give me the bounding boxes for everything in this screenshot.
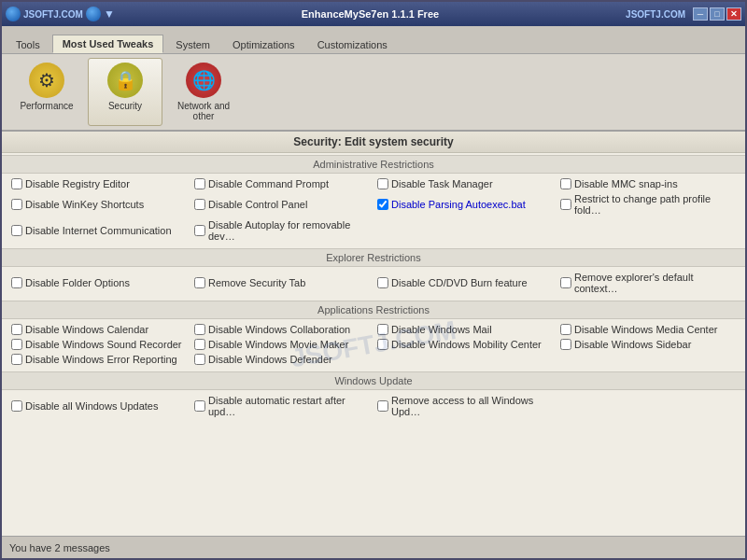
- list-item: Disable automatic restart after upd…: [192, 394, 372, 418]
- disable-error-reporting-checkbox[interactable]: [11, 354, 22, 365]
- network-label: Network and other: [175, 101, 233, 121]
- titlebar-left: JSOFTJ.COM ▼: [6, 7, 115, 21]
- remove-access-updates-label: Remove access to all Windows Upd…: [391, 395, 553, 417]
- list-item: Disable Autoplay for removable dev…: [192, 218, 372, 243]
- list-item: Remove access to all Windows Upd…: [375, 394, 555, 418]
- admin-restrictions-grid: Disable Registry Editor Disable Command …: [2, 174, 745, 246]
- list-item: Disable Windows Movie Maker: [192, 338, 372, 351]
- minimize-button[interactable]: ─: [693, 7, 708, 21]
- section-windows-update-title: Windows Update: [2, 371, 745, 390]
- brand-left: JSOFTJ.COM ▼: [6, 7, 115, 21]
- icon-tab-network[interactable]: 🌐 Network and other: [166, 58, 241, 126]
- disable-winkey-checkbox[interactable]: [11, 199, 22, 210]
- disable-task-manager-label: Disable Task Manager: [391, 178, 493, 189]
- explorer-restrictions-grid: Disable Folder Options Remove Security T…: [2, 267, 745, 299]
- icon-tabs: ⚙ Performance 🔒 Security 🌐 Network and o…: [2, 54, 745, 132]
- list-item: Remove explorer's default context…: [558, 271, 738, 295]
- main-window: JSOFTJ.COM ▼ EnhanceMySe7en 1.1.1 Free J…: [0, 0, 747, 560]
- disable-error-reporting-label: Disable Windows Error Reporting: [25, 354, 177, 365]
- list-item: Disable Windows Calendar: [9, 323, 189, 336]
- disable-movie-maker-checkbox[interactable]: [194, 339, 205, 350]
- disable-all-updates-label: Disable all Windows Updates: [25, 400, 158, 412]
- brand-left-text: JSOFTJ.COM: [23, 9, 83, 20]
- disable-folder-options-checkbox[interactable]: [11, 277, 22, 288]
- window-title: EnhanceMySe7en 1.1.1 Free: [302, 8, 439, 20]
- status-message: You have 2 messages: [9, 542, 110, 553]
- list-item: Disable Task Manager: [375, 177, 555, 190]
- section-apps-title: Applications Restrictions: [2, 301, 745, 319]
- disable-registry-editor-checkbox[interactable]: [11, 178, 22, 189]
- restore-button[interactable]: □: [710, 7, 725, 21]
- list-item: Disable Registry Editor: [9, 177, 189, 190]
- disable-calendar-checkbox[interactable]: [11, 324, 22, 335]
- disable-mobility-center-label: Disable Windows Mobility Center: [391, 339, 542, 350]
- disable-sound-recorder-checkbox[interactable]: [11, 339, 22, 350]
- disable-collaboration-checkbox[interactable]: [194, 324, 205, 335]
- restrict-path-checkbox[interactable]: [560, 199, 571, 210]
- icon-tab-security[interactable]: 🔒 Security: [88, 58, 162, 126]
- list-item: Disable Folder Options: [9, 271, 189, 295]
- disable-calendar-label: Disable Windows Calendar: [25, 324, 148, 335]
- disable-mmc-checkbox[interactable]: [560, 178, 571, 189]
- disable-internet-comm-checkbox[interactable]: [11, 225, 22, 236]
- disable-task-manager-checkbox[interactable]: [377, 178, 388, 189]
- disable-mail-checkbox[interactable]: [377, 324, 388, 335]
- disable-all-updates-checkbox[interactable]: [11, 400, 22, 412]
- remove-explorer-context-checkbox[interactable]: [560, 277, 571, 288]
- disable-autoexec-checkbox[interactable]: [377, 199, 388, 210]
- disable-mail-label: Disable Windows Mail: [391, 324, 492, 335]
- disable-mobility-center-checkbox[interactable]: [377, 339, 388, 350]
- list-item: Disable Command Prompt: [192, 177, 372, 190]
- tab-customizations[interactable]: Customizations: [307, 35, 398, 53]
- list-item: Disable WinKey Shortcuts: [9, 192, 189, 217]
- security-icon: 🔒: [107, 63, 143, 98]
- disable-cd-burn-checkbox[interactable]: [377, 277, 388, 288]
- list-item: Disable Windows Sidebar: [558, 338, 738, 351]
- disable-autoplay-label: Disable Autoplay for removable dev…: [208, 219, 370, 242]
- disable-command-prompt-checkbox[interactable]: [194, 178, 205, 189]
- disable-media-center-checkbox[interactable]: [560, 324, 571, 335]
- security-label: Security: [108, 101, 142, 111]
- disable-control-panel-checkbox[interactable]: [194, 199, 205, 210]
- list-item: Disable Windows Error Reporting: [9, 353, 189, 366]
- disable-command-prompt-label: Disable Command Prompt: [208, 178, 329, 189]
- disable-control-panel-label: Disable Control Panel: [208, 199, 307, 210]
- disable-defender-checkbox[interactable]: [194, 354, 205, 365]
- performance-label: Performance: [20, 101, 73, 111]
- list-item: Remove Security Tab: [192, 271, 372, 295]
- list-item: Restrict to change path profile fold…: [558, 192, 738, 217]
- windows-update-grid: Disable all Windows Updates Disable auto…: [2, 390, 745, 422]
- remove-security-tab-checkbox[interactable]: [194, 277, 205, 288]
- disable-auto-restart-checkbox[interactable]: [194, 400, 205, 412]
- restrict-path-label: Restrict to change path profile fold…: [574, 193, 736, 216]
- apps-restrictions-grid: Disable Windows Calendar Disable Windows…: [2, 319, 745, 370]
- tab-system[interactable]: System: [165, 35, 220, 53]
- logo-globe-icon: [6, 7, 21, 21]
- list-item: Disable Windows Collaboration: [192, 323, 372, 336]
- remove-access-updates-checkbox[interactable]: [377, 400, 388, 412]
- tab-tools[interactable]: Tools: [6, 35, 50, 53]
- tab-most-used-tweaks[interactable]: Most Used Tweaks: [52, 35, 164, 53]
- remove-explorer-context-label: Remove explorer's default context…: [574, 272, 736, 294]
- list-item: Disable MMC snap-ins: [558, 177, 738, 190]
- list-item: Disable Parsing Autoexec.bat: [375, 192, 555, 217]
- tab-optimizations[interactable]: Optimizations: [222, 35, 305, 53]
- close-button[interactable]: ✕: [726, 7, 741, 21]
- disable-autoplay-checkbox[interactable]: [194, 225, 205, 236]
- disable-defender-label: Disable Windows Defender: [208, 354, 332, 365]
- list-item: Disable Windows Defender: [192, 353, 372, 366]
- nav-bar: Tools Most Used Tweaks System Optimizati…: [2, 26, 745, 54]
- network-icon: 🌐: [186, 63, 221, 98]
- brand-right-text: JSOFTJ.COM: [626, 9, 685, 20]
- content-header: Security: Edit system security: [2, 132, 745, 153]
- content-area: JSOFTJ.COM Administrative Restrictions D…: [2, 153, 745, 536]
- icon-tab-performance[interactable]: ⚙ Performance: [9, 58, 84, 126]
- arrow-icon: ▼: [104, 7, 115, 21]
- disable-media-center-label: Disable Windows Media Center: [574, 324, 717, 335]
- logo-globe2-icon: [86, 7, 101, 21]
- disable-cd-burn-label: Disable CD/DVD Burn feature: [391, 277, 528, 288]
- disable-winkey-label: Disable WinKey Shortcuts: [25, 199, 144, 210]
- list-item: Disable CD/DVD Burn feature: [375, 271, 555, 295]
- disable-sidebar-checkbox[interactable]: [560, 339, 571, 350]
- disable-mmc-label: Disable MMC snap-ins: [574, 178, 678, 189]
